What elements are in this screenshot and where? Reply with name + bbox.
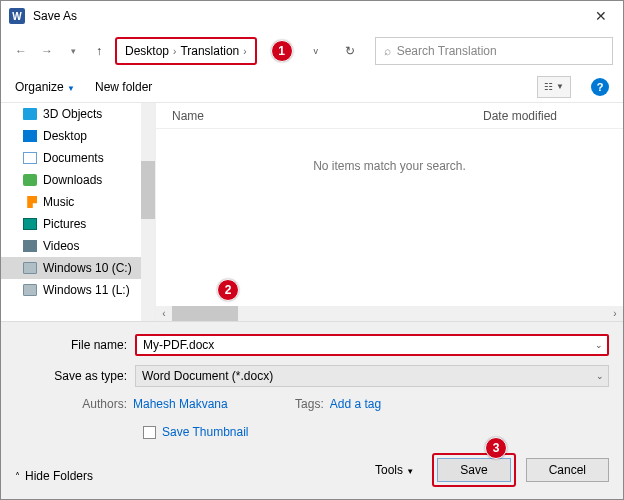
tags-value[interactable]: Add a tag <box>330 397 381 411</box>
music-icon <box>23 196 37 208</box>
chevron-down-icon[interactable]: ⌄ <box>595 340 603 350</box>
view-options-button[interactable]: ☷▼ <box>537 76 571 98</box>
forward-icon: → <box>37 41 57 61</box>
save-type-select[interactable]: Word Document (*.docx) ⌄ <box>135 365 609 387</box>
word-app-icon: W <box>9 8 25 24</box>
authors-label: Authors: <box>71 397 127 411</box>
recent-dropdown-icon[interactable]: ▾ <box>63 41 83 61</box>
organize-menu[interactable]: Organize ▼ <box>15 80 75 94</box>
drive-icon <box>23 284 37 296</box>
chevron-down-icon[interactable]: ⌄ <box>596 371 604 381</box>
tree-item-desktop[interactable]: Desktop <box>1 125 155 147</box>
dialog-title: Save As <box>33 9 77 23</box>
tags-label: Tags: <box>268 397 324 411</box>
breadcrumb[interactable]: Desktop › Translation › <box>115 37 257 65</box>
tree-item-drive-l[interactable]: Windows 11 (L:) <box>1 279 155 301</box>
history-dropdown-icon[interactable]: v <box>305 40 327 62</box>
tree-item-3d-objects[interactable]: 3D Objects <box>1 103 155 125</box>
search-input[interactable]: ⌕ Search Translation <box>375 37 613 65</box>
documents-icon <box>23 152 37 164</box>
refresh-icon[interactable]: ↻ <box>339 40 361 62</box>
3d-objects-icon <box>23 108 37 120</box>
annotation-3: 3 <box>485 437 507 459</box>
empty-message: No items match your search. <box>156 159 623 173</box>
tree-item-downloads[interactable]: Downloads <box>1 169 155 191</box>
back-icon[interactable]: ← <box>11 41 31 61</box>
save-button[interactable]: Save <box>437 458 510 482</box>
file-hscrollbar[interactable]: ‹ › <box>156 306 623 321</box>
file-name-input[interactable]: My-PDF.docx ⌄ <box>135 334 609 356</box>
tree-scrollbar-thumb[interactable] <box>141 161 155 219</box>
tools-menu[interactable]: Tools ▼ <box>375 463 414 477</box>
cancel-button[interactable]: Cancel <box>526 458 609 482</box>
chevron-right-icon: › <box>173 46 176 57</box>
downloads-icon <box>23 174 37 186</box>
close-icon[interactable]: ✕ <box>587 4 615 28</box>
tree-item-documents[interactable]: Documents <box>1 147 155 169</box>
file-name-label: File name: <box>15 338 135 352</box>
save-thumbnail-label[interactable]: Save Thumbnail <box>162 425 249 439</box>
annotation-2: 2 <box>217 279 239 301</box>
tree-item-drive-c[interactable]: Windows 10 (C:) <box>1 257 155 279</box>
save-type-label: Save as type: <box>15 369 135 383</box>
scroll-right-icon[interactable]: › <box>607 308 623 319</box>
breadcrumb-seg[interactable]: Desktop <box>125 44 169 58</box>
drive-icon <box>23 262 37 274</box>
view-icon: ☷ <box>544 81 553 92</box>
hide-folders-toggle[interactable]: ˄ Hide Folders <box>15 469 93 483</box>
tree-item-pictures[interactable]: Pictures <box>1 213 155 235</box>
search-placeholder: Search Translation <box>397 44 497 58</box>
chevron-right-icon: › <box>243 46 246 57</box>
column-name[interactable]: Name <box>172 109 483 123</box>
tree-item-music[interactable]: Music <box>1 191 155 213</box>
up-icon[interactable]: ↑ <box>89 41 109 61</box>
pictures-icon <box>23 218 37 230</box>
hscroll-thumb[interactable] <box>172 306 238 321</box>
search-icon: ⌕ <box>384 44 391 58</box>
authors-value[interactable]: Mahesh Makvana <box>133 397 228 411</box>
chevron-up-icon: ˄ <box>15 471 20 482</box>
desktop-icon <box>23 130 37 142</box>
new-folder-button[interactable]: New folder <box>95 80 152 94</box>
scroll-left-icon[interactable]: ‹ <box>156 308 172 319</box>
breadcrumb-seg[interactable]: Translation <box>180 44 239 58</box>
tree-item-videos[interactable]: Videos <box>1 235 155 257</box>
folder-tree[interactable]: 3D Objects Desktop Documents Downloads M… <box>1 103 156 321</box>
annotation-1: 1 <box>271 40 293 62</box>
save-thumbnail-checkbox[interactable] <box>143 426 156 439</box>
help-icon[interactable]: ? <box>591 78 609 96</box>
videos-icon <box>23 240 37 252</box>
column-date[interactable]: Date modified <box>483 109 623 123</box>
